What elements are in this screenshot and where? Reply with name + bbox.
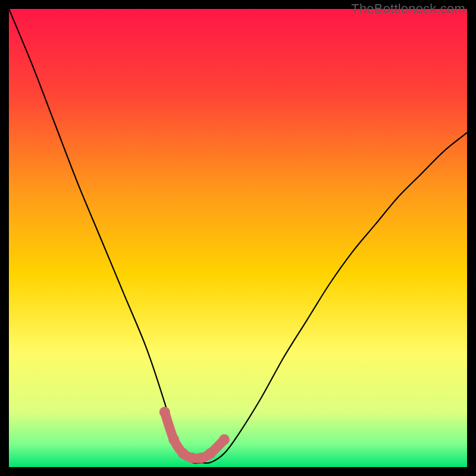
chart-frame: TheBottleneck.com [0,0,476,476]
optimal-zone-dot [205,448,216,459]
chart-overlay [9,9,467,467]
plot-area [9,9,467,467]
optimal-zone-dot [159,407,170,418]
optimal-zone-dot [219,434,230,445]
watermark-text: TheBottleneck.com [351,1,465,17]
optimal-zone-dot [168,434,179,445]
optimal-zone-dot [196,453,206,464]
optimal-zone-dot [178,448,189,459]
optimal-zone-dot [187,453,198,464]
bottleneck-curve [9,9,467,463]
